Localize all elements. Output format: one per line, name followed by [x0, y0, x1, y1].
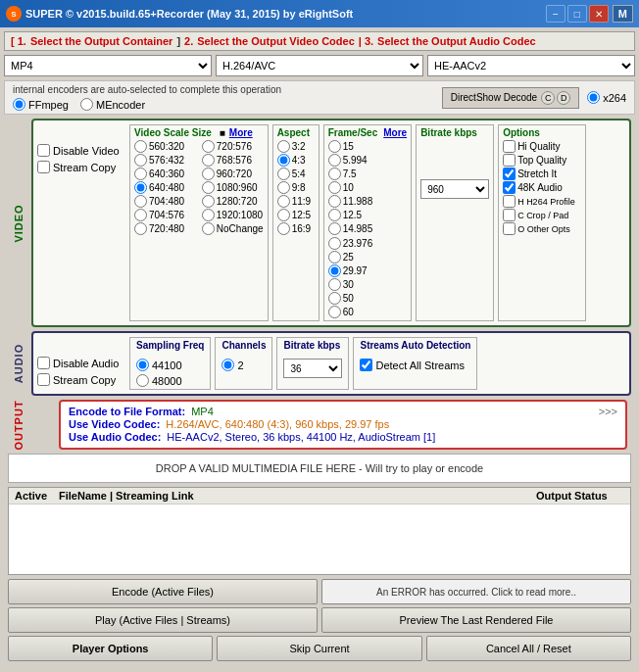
fps-25[interactable]: 25: [328, 251, 408, 264]
output-section-label: OUTPUT: [8, 400, 29, 450]
maximize-button[interactable]: □: [567, 5, 587, 23]
aspect-box: Aspect 3:2 4:3 5:4 9:8 11:9 12:5 16:9: [272, 124, 320, 321]
detect-all-streams-checkbox[interactable]: Detect All Streams: [360, 359, 470, 371]
scale-size-box: Video Scale Size ■ More 560:320 720:576 …: [129, 124, 269, 321]
files-table: Active FileName | Streaming Link Output …: [8, 487, 631, 575]
scale-720576[interactable]: 720:576: [202, 140, 264, 153]
out-video-value: H.264/AVC, 640:480 (4:3), 960 kbps, 29.9…: [166, 418, 389, 430]
scale-19201080[interactable]: 1920:1080: [202, 209, 264, 221]
aspect-169[interactable]: 16:9: [277, 222, 315, 235]
stream-copy-checkbox[interactable]: Stream Copy: [37, 161, 125, 173]
files-body: [9, 504, 630, 573]
disable-audio-checkbox[interactable]: Disable Audio: [37, 357, 125, 369]
fps-10[interactable]: 10: [328, 181, 408, 194]
audio-codec-select[interactable]: HE-AACv2 AAC MP3: [427, 55, 635, 76]
encoder-row: internal encoders are auto-selected to c…: [4, 80, 635, 115]
fps-2397[interactable]: 23.976: [328, 237, 408, 250]
sampling-box: Sampling Freq 44100 48000: [129, 337, 211, 390]
video-options-box: Options Hi Quality Top Quality Stretch I…: [498, 124, 586, 321]
sampling-44100[interactable]: 44100: [136, 359, 204, 371]
step1-num: [ 1.: [11, 35, 26, 47]
container-select[interactable]: MP4 MKV AVI: [4, 55, 212, 76]
scale-1280720[interactable]: 1280:720: [202, 195, 264, 208]
step1-label: Select the Output Container: [30, 35, 172, 47]
audio-stream-copy-checkbox[interactable]: Stream Copy: [37, 373, 125, 386]
audio-bitrate-select[interactable]: 36 48 64 96 128: [283, 359, 342, 378]
fps-2997[interactable]: 29.97: [328, 264, 408, 277]
title-bar: S SUPER © v2015.build.65+Recorder (May 3…: [0, 0, 639, 27]
close-button[interactable]: ✕: [589, 5, 609, 23]
out-arrow: >>>: [599, 406, 617, 417]
opt-cropppad[interactable]: C Crop / Pad: [503, 209, 581, 221]
fps-125[interactable]: 12.5: [328, 209, 408, 221]
opt-h264profile[interactable]: H H264 Profile: [503, 195, 581, 208]
opt-48kaudio[interactable]: 48K Audio: [503, 181, 581, 194]
m-badge: M: [613, 5, 633, 23]
d-icon: D: [557, 91, 570, 105]
output-section: Encode to File Format: MP4 >>> Use Video…: [59, 400, 627, 450]
video-bitrate-box: Bitrate kbps 960 1200 1500 2000: [416, 124, 494, 321]
preview-button[interactable]: Preview The Last Rendered File: [321, 607, 631, 633]
out-audio-label: Use Audio Codec:: [69, 431, 161, 443]
aspect-43[interactable]: 4:3: [277, 154, 315, 167]
out-format-label: Encode to File Format:: [69, 406, 185, 417]
x264-radio[interactable]: x264: [587, 91, 626, 104]
channels-2[interactable]: 2: [221, 359, 266, 371]
app-title: SUPER © v2015.build.65+Recorder (May 31,…: [25, 8, 353, 20]
detect-streams-box: Streams Auto Detection Detect All Stream…: [353, 337, 477, 390]
minimize-button[interactable]: −: [546, 5, 565, 23]
audio-bitrate-box: Bitrate kbps 36 48 64 96 128: [276, 337, 349, 390]
scale-1080960[interactable]: 1080:960: [202, 181, 264, 194]
fps-14985[interactable]: 14.985: [328, 222, 408, 235]
video-section-label: VIDEO: [8, 119, 29, 327]
play-button[interactable]: Play (Active Files | Streams): [8, 607, 318, 633]
aspect-32[interactable]: 3:2: [277, 140, 315, 153]
scale-720480[interactable]: 720:480: [134, 222, 196, 235]
opt-stretch[interactable]: Stretch It: [503, 168, 581, 180]
disable-video-checkbox[interactable]: Disable Video: [37, 144, 125, 157]
scale-640360[interactable]: 640:360: [134, 168, 196, 180]
fps-30[interactable]: 30: [328, 278, 408, 291]
cancel-all-button[interactable]: Cancel All / Reset: [426, 636, 631, 661]
opt-otheropts[interactable]: O Other Opts: [503, 222, 581, 235]
mencoder-radio[interactable]: MEncoder: [80, 98, 145, 111]
scale-576432[interactable]: 576:432: [134, 154, 196, 167]
fps-50[interactable]: 50: [328, 292, 408, 305]
files-table-header: Active FileName | Streaming Link Output …: [9, 488, 630, 504]
scale-960720[interactable]: 960:720: [202, 168, 264, 180]
skip-current-button[interactable]: Skip Current: [217, 636, 421, 661]
channels-box: Channels 2: [215, 337, 272, 390]
fps-625[interactable]: 5.994: [328, 154, 408, 167]
col-active: Active: [15, 490, 59, 502]
video-codec-select[interactable]: H.264/AVC MPEG-4 H.265: [216, 55, 423, 76]
opt-topquality[interactable]: Top Quality: [503, 154, 581, 167]
aspect-119[interactable]: 11:9: [277, 195, 315, 208]
fps-75[interactable]: 7.5: [328, 168, 408, 180]
out-audio-value: HE-AACv2, Stereo, 36 kbps, 44100 Hz, Aud…: [167, 431, 435, 443]
ffmpeg-radio[interactable]: FFmpeg: [13, 98, 69, 111]
scale-640480[interactable]: 640:480: [134, 181, 196, 194]
step3-label: Select the Output Audio Codec: [377, 35, 536, 47]
scale-560320[interactable]: 560:320: [134, 140, 196, 153]
fps-11988[interactable]: 11.988: [328, 195, 408, 208]
sampling-48000[interactable]: 48000: [136, 374, 204, 387]
scale-more[interactable]: ■: [220, 127, 225, 138]
scale-nochange[interactable]: NoChange: [202, 222, 264, 235]
drop-zone[interactable]: DROP A VALID MULTIMEDIA FILE HERE - Will…: [8, 454, 631, 483]
error-button[interactable]: An ERROR has occurred. Click to read mor…: [321, 579, 631, 604]
scale-704480[interactable]: 704:480: [134, 195, 196, 208]
opt-hiquality[interactable]: Hi Quality: [503, 140, 581, 153]
aspect-98[interactable]: 9:8: [277, 181, 315, 194]
aspect-54[interactable]: 5:4: [277, 168, 315, 180]
aspect-125[interactable]: 12:5: [277, 209, 315, 221]
player-options-button[interactable]: Player Options: [8, 636, 213, 661]
col-status: Output Status: [536, 490, 624, 502]
app-icon: S: [6, 6, 22, 22]
directshow-button[interactable]: DirectShow Decode C D: [442, 87, 579, 109]
encode-button[interactable]: Encode (Active Files): [8, 579, 318, 604]
fps-60[interactable]: 60: [328, 306, 408, 318]
scale-768576[interactable]: 768:576: [202, 154, 264, 167]
video-bitrate-select[interactable]: 960 1200 1500 2000: [420, 179, 489, 199]
fps-15[interactable]: 15: [328, 140, 408, 153]
scale-704576[interactable]: 704:576: [134, 209, 196, 221]
